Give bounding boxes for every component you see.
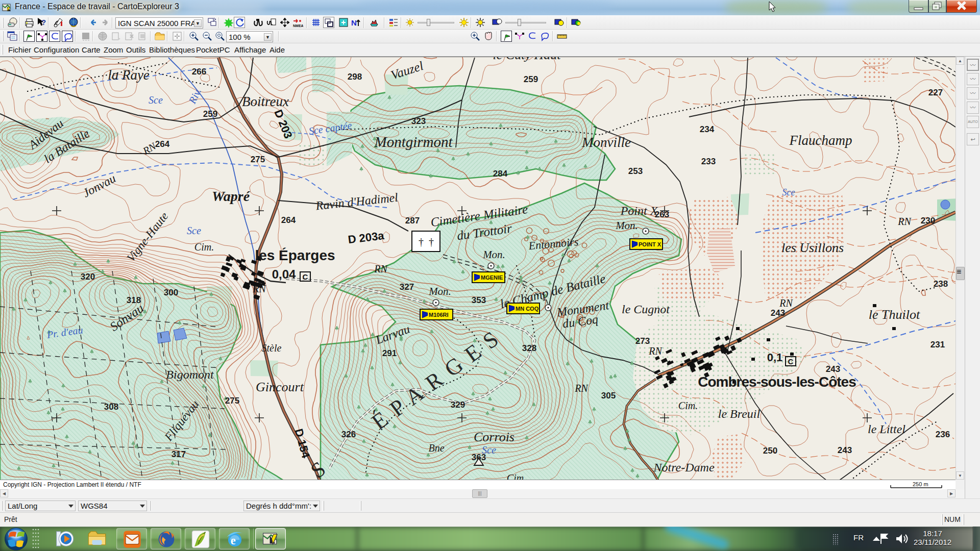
svg-text:250 m: 250 m [913,481,928,487]
svg-text:264: 264 [281,215,296,225]
svg-text:308: 308 [104,402,118,412]
svg-text:264: 264 [155,139,170,149]
svg-text:259: 259 [524,74,538,84]
svg-text:RN: RN [648,345,663,357]
svg-text:e: e [231,534,236,547]
svg-text:MN COQ: MN COQ [516,306,539,312]
svg-text:250: 250 [763,446,777,456]
svg-text:Point X: Point X [620,204,658,217]
svg-text:253: 253 [628,166,643,176]
svg-text:RN: RN [779,297,793,309]
svg-text:243: 243 [771,308,785,318]
svg-text:Mon.: Mon. [615,219,638,232]
svg-text:le Cuty Haut: le Cuty Haut [493,57,561,62]
svg-text:Cim.: Cim. [678,400,698,411]
svg-text:†: † [429,236,434,247]
svg-text:les Usillons: les Usillons [781,240,844,255]
svg-text:le Breuil: le Breuil [718,407,761,420]
svg-text:la Raye: la Raye [108,67,150,83]
svg-text:POINT X: POINT X [639,241,662,247]
svg-text:MGENIE: MGENIE [481,274,503,281]
svg-text:Stèle: Stèle [262,342,282,354]
svg-text:Boitreux: Boitreux [242,94,289,109]
svg-text:RN: RN [374,263,388,274]
svg-text:328: 328 [522,343,536,353]
svg-text:259: 259 [203,109,217,119]
svg-text:Sce: Sce [782,187,795,197]
svg-text:C: C [788,357,794,366]
svg-text:234: 234 [700,124,715,134]
svg-text:M106RI: M106RI [429,312,449,318]
svg-text:318: 318 [127,295,141,305]
svg-text:N: N [351,18,357,27]
svg-text:0,04: 0,04 [272,267,296,281]
svg-text:291: 291 [382,348,397,358]
svg-text:Notre-Dame: Notre-Dame [653,461,714,474]
svg-text:NMEA: NMEA [293,24,303,28]
svg-text:le Cugnot: le Cugnot [622,303,670,316]
svg-text:317: 317 [172,449,186,459]
svg-text:326: 326 [341,430,356,439]
svg-text:Montgirmont: Montgirmont [374,134,453,150]
svg-text:les Éparges: les Éparges [255,247,335,263]
svg-text:284: 284 [493,169,508,179]
svg-text:RN: RN [252,283,266,294]
svg-text:230: 230 [921,216,935,226]
svg-text:Corrois: Corrois [474,430,514,444]
svg-text:273: 273 [635,336,650,346]
svg-text:Sce: Sce [149,94,163,106]
svg-text:298: 298 [348,72,362,82]
svg-text:238: 238 [934,279,948,289]
svg-text:323: 323 [411,116,426,126]
svg-text:RN: RN [574,383,589,394]
svg-text:Sce: Sce [187,225,201,236]
svg-text:233: 233 [701,157,716,166]
svg-text:243: 243 [826,364,840,374]
svg-text:le Thuilot: le Thuilot [869,307,920,322]
svg-text:Cim.: Cim. [194,241,214,253]
svg-text:236: 236 [936,430,950,439]
svg-text:305: 305 [601,391,616,400]
svg-text:263: 263 [655,210,669,219]
svg-text:Flauchamp: Flauchamp [789,133,852,148]
svg-text:le Littel: le Littel [868,422,905,436]
svg-text:275: 275 [251,155,265,164]
svg-text:327: 327 [400,282,414,292]
svg-text:Combres-sous-les-Côtes: Combres-sous-les-Côtes [698,374,856,390]
svg-text:Bne: Bne [428,442,444,454]
svg-text:266: 266 [192,67,206,77]
svg-text:329: 329 [451,400,465,410]
svg-text:Monville: Monville [581,135,631,150]
svg-text:275: 275 [225,396,239,406]
svg-text:0,1: 0,1 [767,351,783,364]
svg-text:Bigomont: Bigomont [166,368,214,381]
svg-text:Wapré: Wapré [212,188,251,204]
svg-text:?: ? [41,18,46,27]
svg-text:Cim.: Cim. [507,472,526,480]
svg-text:RN: RN [897,216,912,227]
svg-text:Mon.: Mon. [482,248,505,261]
svg-text:C: C [303,272,308,281]
svg-text:287: 287 [405,216,420,226]
svg-text:300: 300 [164,288,178,297]
svg-text:353: 353 [472,295,486,305]
svg-text:Gincourt: Gincourt [256,380,304,394]
svg-text:243: 243 [838,445,852,455]
svg-text:†: † [419,236,424,247]
svg-text:227: 227 [928,88,943,97]
svg-text:320: 320 [81,272,95,282]
svg-text:231: 231 [930,340,945,349]
svg-text:Mon.: Mon. [428,285,451,297]
